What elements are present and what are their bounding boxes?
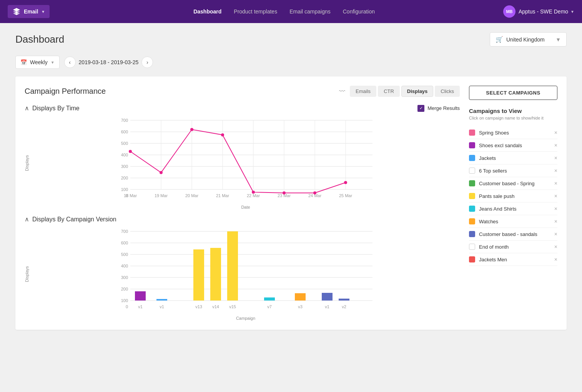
- line-chart-x-label: Date: [32, 205, 460, 209]
- period-select[interactable]: 📅 Weekly ▼: [15, 56, 60, 69]
- campaign-color-swatch: [469, 168, 475, 174]
- svg-text:v15: v15: [229, 304, 236, 309]
- chart-title: Campaign Performance: [25, 87, 106, 96]
- nav-link-product-templates[interactable]: Product templates: [234, 7, 277, 16]
- tab-ctr[interactable]: CTR: [378, 86, 400, 97]
- nav-user[interactable]: MB Apptus - SWE Demo ▼: [503, 5, 574, 18]
- campaign-close-button[interactable]: ×: [554, 256, 557, 262]
- svg-point-32: [190, 128, 193, 131]
- campaign-close-button[interactable]: ×: [554, 231, 557, 237]
- svg-text:21 Mar: 21 Mar: [216, 193, 229, 198]
- country-name: United Kingdom: [506, 37, 545, 43]
- svg-text:300: 300: [121, 164, 128, 169]
- campaign-color-swatch: [469, 142, 475, 148]
- svg-point-35: [283, 191, 286, 194]
- campaign-color-swatch: [469, 155, 475, 161]
- svg-point-37: [344, 181, 347, 184]
- svg-text:500: 500: [121, 141, 128, 146]
- svg-rect-61: [227, 231, 238, 301]
- collapse-icon-version[interactable]: ∧: [25, 216, 29, 223]
- collapse-icon-time[interactable]: ∧: [25, 105, 29, 112]
- bar-chart-y-label: Displays: [25, 228, 29, 321]
- campaign-name[interactable]: Jackets: [479, 155, 550, 161]
- logo-label: Email: [24, 8, 38, 15]
- select-campaigns-button[interactable]: SELECT CAMPAIGNS: [469, 86, 557, 100]
- period-arrow: ▼: [51, 60, 55, 65]
- svg-text:v3: v3: [298, 304, 303, 309]
- tab-displays[interactable]: Displays: [401, 86, 433, 97]
- campaign-name[interactable]: Customer based - Spring: [479, 181, 550, 186]
- campaign-item: Customer based - Spring×: [469, 177, 557, 190]
- nav-link-email-campaigns[interactable]: Email campaigns: [289, 7, 331, 16]
- tab-emails[interactable]: Emails: [350, 86, 376, 97]
- main-content: Dashboard 🛒 United Kingdom ▼ 📅 Weekly ▼ …: [0, 23, 582, 339]
- bar-chart-x-label: Campaign: [32, 316, 460, 321]
- chart-header: Campaign Performance 〰 Emails CTR Displa…: [25, 86, 460, 97]
- campaign-close-button[interactable]: ×: [554, 206, 557, 212]
- bar-chart-svg: 700 600 500 400 300 200 100 0 v1: [32, 228, 460, 312]
- date-next-button[interactable]: ›: [141, 56, 153, 68]
- campaign-name[interactable]: Shoes excl sandals: [479, 143, 550, 148]
- date-prev-button[interactable]: ‹: [64, 56, 76, 68]
- tab-clicks[interactable]: Clicks: [435, 86, 460, 97]
- merge-checkbox[interactable]: ✓: [417, 105, 424, 112]
- dashboard-card: Campaign Performance 〰 Emails CTR Displa…: [15, 76, 567, 330]
- svg-text:500: 500: [121, 252, 128, 257]
- campaign-name[interactable]: Jeans And Shirts: [479, 206, 550, 212]
- campaign-name[interactable]: 6 Top sellers: [479, 168, 550, 174]
- svg-rect-55: [156, 299, 167, 301]
- campaign-close-button[interactable]: ×: [554, 142, 557, 148]
- bar-chart-inner: 700 600 500 400 300 200 100 0 v1: [32, 228, 460, 321]
- campaign-name[interactable]: Pants sale push: [479, 193, 550, 199]
- campaign-close-button[interactable]: ×: [554, 155, 557, 161]
- campaign-close-button[interactable]: ×: [554, 130, 557, 136]
- campaign-close-button[interactable]: ×: [554, 168, 557, 174]
- campaign-name[interactable]: Watches: [479, 219, 550, 224]
- nav-link-dashboard[interactable]: Dashboard: [193, 7, 221, 16]
- campaign-close-button[interactable]: ×: [554, 218, 557, 224]
- svg-text:20 Mar: 20 Mar: [185, 193, 199, 198]
- user-name: Apptus - SWE Demo: [519, 8, 568, 15]
- svg-text:v2: v2: [342, 304, 346, 309]
- campaign-name[interactable]: Spring Shoes: [479, 130, 550, 136]
- country-selector[interactable]: 🛒 United Kingdom ▼: [490, 32, 567, 47]
- user-dropdown-arrow: ▼: [570, 10, 574, 14]
- campaign-name[interactable]: Customer based - sandals: [479, 231, 550, 237]
- svg-text:0: 0: [126, 304, 128, 309]
- svg-rect-69: [339, 299, 349, 301]
- campaign-color-swatch: [469, 206, 475, 212]
- logo-icon: [12, 7, 21, 16]
- displays-by-version-header: ∧ Displays By Campaign Version: [25, 216, 460, 223]
- campaign-color-swatch: [469, 180, 475, 186]
- date-nav: ‹ 2019-03-18 - 2019-03-25 ›: [64, 56, 153, 68]
- campaign-close-button[interactable]: ×: [554, 193, 557, 199]
- logo-dropdown-arrow: ▼: [41, 10, 45, 14]
- campaign-list: Spring Shoes×Shoes excl sandals×Jackets×…: [469, 126, 557, 266]
- country-dropdown-arrow: ▼: [555, 37, 561, 43]
- nav-link-configuration[interactable]: Configuration: [343, 7, 375, 16]
- campaign-close-button[interactable]: ×: [554, 180, 557, 186]
- chart-tabs: 〰 Emails CTR Displays Clicks: [339, 86, 460, 97]
- nav-logo[interactable]: Email ▼: [8, 5, 50, 18]
- campaign-name[interactable]: Jackets Men: [479, 257, 550, 262]
- svg-rect-53: [135, 291, 146, 301]
- displays-by-time-header: ∧ Displays By Time ✓ Merge Results: [25, 105, 460, 112]
- svg-text:v1: v1: [325, 304, 329, 309]
- campaign-close-button[interactable]: ×: [554, 244, 557, 250]
- country-icon: 🛒: [496, 36, 503, 43]
- displays-by-time-title: ∧ Displays By Time: [25, 105, 80, 112]
- svg-rect-59: [210, 248, 221, 301]
- svg-point-33: [221, 133, 224, 136]
- svg-text:200: 200: [121, 176, 128, 180]
- svg-text:400: 400: [121, 264, 128, 268]
- campaign-name[interactable]: End of month: [479, 244, 550, 250]
- page-title: Dashboard: [15, 33, 64, 45]
- svg-rect-67: [322, 293, 333, 301]
- line-chart-area: Displays: [25, 116, 460, 209]
- campaign-item: 6 Top sellers×: [469, 164, 557, 177]
- svg-rect-63: [264, 297, 275, 301]
- merge-results-label[interactable]: ✓ Merge Results: [417, 105, 460, 112]
- svg-text:600: 600: [121, 241, 128, 245]
- svg-point-30: [129, 150, 132, 153]
- campaigns-to-view-subtitle: Click on campaign name to show/hide it: [469, 116, 557, 120]
